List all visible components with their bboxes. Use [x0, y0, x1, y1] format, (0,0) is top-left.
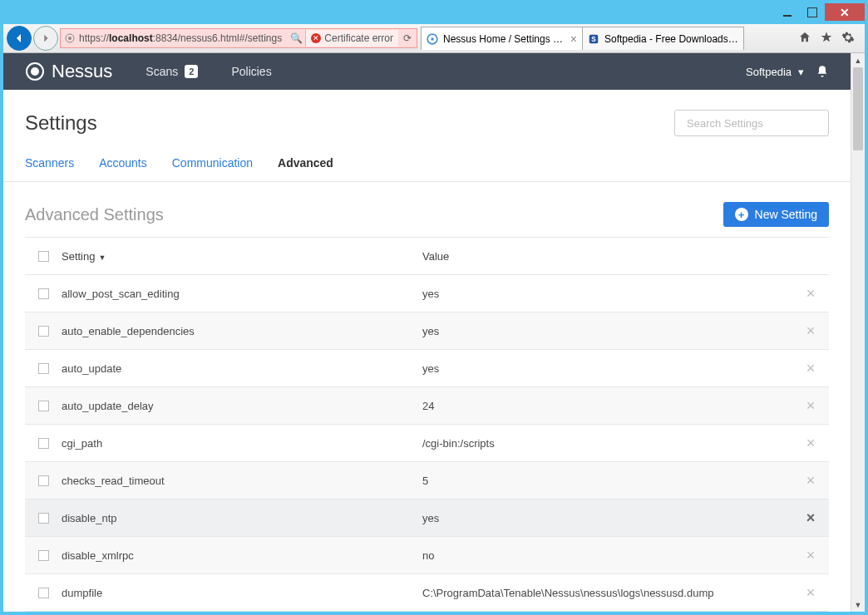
refresh-button[interactable]: ⟳ — [402, 32, 413, 44]
setting-value: 5 — [422, 475, 792, 487]
delete-row-icon[interactable]: × — [792, 285, 829, 303]
forward-button[interactable] — [33, 26, 58, 51]
select-all-checkbox[interactable] — [38, 251, 49, 262]
site-favicon — [64, 32, 76, 44]
table-row[interactable]: allow_post_scan_editingyes× — [25, 275, 829, 312]
table-row[interactable]: auto_update_delay24× — [25, 387, 829, 425]
setting-value: 24 — [422, 400, 792, 412]
row-checkbox[interactable] — [38, 363, 49, 374]
setting-name: disable_xmlrpc — [62, 549, 422, 562]
brand-logo[interactable]: Nessus — [25, 61, 112, 82]
delete-row-icon[interactable]: × — [792, 435, 829, 452]
window-close-button[interactable] — [825, 3, 865, 21]
certificate-error-badge[interactable]: ✕ Certificate error — [305, 30, 398, 47]
setting-value: no — [422, 549, 792, 562]
setting-value: yes — [422, 325, 792, 337]
row-checkbox[interactable] — [38, 401, 49, 411]
new-setting-button[interactable]: + New Setting — [723, 202, 829, 227]
nav-badge: 2 — [185, 65, 198, 78]
svg-point-3 — [431, 37, 434, 41]
setting-name: checks_read_timeout — [62, 475, 422, 487]
setting-value: /cgi-bin:/scripts — [422, 437, 792, 450]
browser-window: https://localhost:8834/nessus6.html#/set… — [3, 3, 865, 612]
settings-tab[interactable]: Accounts — [99, 150, 147, 181]
vertical-scrollbar[interactable]: ▲ ▼ — [851, 53, 865, 612]
scroll-down-arrow[interactable]: ▼ — [851, 598, 866, 612]
table-row[interactable]: auto_enable_dependenciesyes× — [25, 312, 829, 350]
home-icon[interactable] — [798, 31, 813, 46]
sort-caret-icon: ▼ — [98, 253, 106, 262]
user-name: Softpedia — [746, 66, 792, 78]
scroll-thumb[interactable] — [853, 67, 863, 150]
tab-close-icon[interactable]: × — [570, 32, 577, 46]
window-minimize-button[interactable] — [775, 3, 800, 21]
row-checkbox[interactable] — [38, 438, 49, 449]
url-text: https://localhost:8834/nessus6.html#/set… — [79, 32, 287, 44]
settings-tab[interactable]: Communication — [172, 150, 253, 181]
address-bar[interactable]: https://localhost:8834/nessus6.html#/set… — [60, 28, 417, 48]
search-dropdown-icon[interactable]: 🔍 — [290, 32, 302, 44]
delete-row-icon[interactable]: × — [792, 547, 829, 564]
delete-row-icon[interactable]: × — [792, 509, 829, 527]
tools-icon[interactable] — [841, 31, 856, 46]
delete-row-icon[interactable]: × — [792, 472, 829, 490]
settings-tabs: ScannersAccountsCommunicationAdvanced — [3, 150, 851, 182]
nessus-logo-icon — [25, 61, 45, 81]
setting-name: dumpfile — [62, 587, 422, 599]
row-checkbox[interactable] — [38, 588, 49, 598]
table-row[interactable]: disable_ntpyes× — [25, 499, 829, 537]
settings-tab[interactable]: Advanced — [278, 150, 333, 181]
brand-text: Nessus — [52, 61, 112, 82]
row-checkbox[interactable] — [38, 550, 49, 561]
setting-value: yes — [422, 288, 792, 300]
setting-name: disable_ntp — [62, 512, 422, 524]
table-row[interactable]: auto_updateyes× — [25, 350, 829, 387]
column-header-setting[interactable]: Setting▼ — [62, 250, 422, 263]
setting-name: auto_update_delay — [62, 400, 422, 412]
user-menu[interactable]: Softpedia ▾ — [746, 66, 804, 78]
nav-item[interactable]: Policies — [231, 65, 271, 78]
browser-tabs: Nessus Home / Settings / A...×SSoftpedia… — [421, 27, 743, 50]
app-topbar: Nessus Scans2Policies Softpedia ▾ — [3, 53, 851, 90]
delete-row-icon[interactable]: × — [792, 584, 829, 602]
tab-label: Softpedia - Free Downloads En... — [604, 33, 738, 45]
notifications-icon[interactable] — [816, 64, 829, 79]
table-row[interactable]: dumpfileC:\ProgramData\Tenable\Nessus\ne… — [25, 574, 829, 612]
setting-name: cgi_path — [62, 437, 422, 450]
setting-name: allow_post_scan_editing — [62, 288, 422, 300]
scroll-up-arrow[interactable]: ▲ — [851, 53, 866, 67]
table-row[interactable]: disable_xmlrpcno× — [25, 537, 829, 574]
delete-row-icon[interactable]: × — [792, 360, 829, 377]
favorites-icon[interactable] — [820, 31, 835, 46]
settings-table: Setting▼ Value allow_post_scan_editingye… — [25, 237, 829, 612]
section-title: Advanced Settings — [25, 205, 164, 224]
setting-name: auto_update — [62, 362, 422, 375]
table-row[interactable]: cgi_path/cgi-bin:/scripts× — [25, 425, 829, 462]
back-button[interactable] — [7, 26, 32, 51]
delete-row-icon[interactable]: × — [792, 397, 829, 415]
tab-label: Nessus Home / Settings / A... — [443, 33, 565, 45]
nav-item[interactable]: Scans2 — [145, 65, 198, 78]
row-checkbox[interactable] — [38, 513, 49, 524]
page-content: Nessus Scans2Policies Softpedia ▾ Settin… — [3, 53, 851, 612]
scroll-track[interactable] — [851, 67, 865, 598]
row-checkbox[interactable] — [38, 475, 49, 486]
chevron-down-icon: ▾ — [798, 66, 804, 78]
table-header-row: Setting▼ Value — [25, 238, 829, 275]
browser-tab[interactable]: Nessus Home / Settings / A...× — [421, 27, 583, 50]
search-input[interactable] — [687, 117, 826, 130]
settings-tab[interactable]: Scanners — [25, 150, 74, 181]
column-header-value[interactable]: Value — [422, 250, 792, 263]
browser-tab[interactable]: SSoftpedia - Free Downloads En... — [582, 27, 744, 50]
table-row[interactable]: checks_read_timeout5× — [25, 462, 829, 499]
svg-text:S: S — [591, 35, 596, 42]
row-checkbox[interactable] — [38, 288, 49, 299]
window-maximize-button[interactable] — [800, 3, 825, 21]
row-checkbox[interactable] — [38, 326, 49, 337]
search-settings[interactable] — [674, 110, 829, 136]
browser-toolbar: https://localhost:8834/nessus6.html#/set… — [3, 24, 865, 53]
svg-point-7 — [32, 68, 38, 75]
delete-row-icon[interactable]: × — [792, 322, 829, 340]
page-title: Settings — [25, 111, 97, 135]
setting-value: C:\ProgramData\Tenable\Nessus\nessus\log… — [422, 587, 792, 599]
